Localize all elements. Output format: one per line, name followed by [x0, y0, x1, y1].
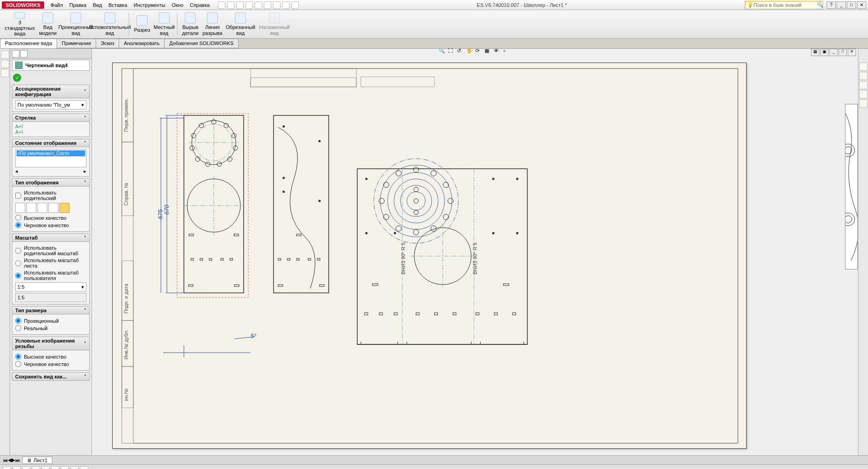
lt-1-icon[interactable] [1, 51, 9, 59]
bt-7-icon[interactable] [61, 466, 69, 469]
menu-window[interactable]: Окно [169, 1, 186, 9]
radio-sheet-scale[interactable]: Использовать масштаб листа [15, 257, 86, 269]
menu-file[interactable]: Файл [48, 1, 66, 9]
mdi-cascade-icon[interactable]: ▣ [820, 49, 828, 56]
radio-thread-draft[interactable]: Черновое качество [15, 361, 86, 367]
cmd-aux-view[interactable]: Вспомогательный вид [93, 11, 127, 37]
close-button[interactable]: ✕ [857, 1, 866, 9]
sheet-nav-first-icon[interactable]: ⏮ [3, 458, 8, 463]
sheet-nav-last-icon[interactable]: ⏭ [15, 458, 20, 463]
appearance-icon[interactable]: ● [503, 48, 511, 56]
tab-analyze[interactable]: Анализировать [119, 39, 165, 48]
minimize-button[interactable]: _ [837, 1, 846, 9]
sheet-nav-next-icon[interactable]: ▶ [11, 457, 15, 463]
style-wire-icon[interactable] [15, 203, 25, 213]
rt-2-icon[interactable] [859, 72, 868, 80]
help-button[interactable]: ? [827, 1, 836, 9]
zoom-area-icon[interactable]: ⛶ [448, 48, 456, 56]
drawing-view-flat[interactable]: ВНИЗ 90° R 5 ВНИЗ 90° R 5 [357, 159, 527, 344]
sheet-tab-1[interactable]: 🗎 Лист1 [22, 457, 52, 464]
qat-extra-icon[interactable] [291, 1, 299, 9]
sect-save-as[interactable]: Сохранить вид как...˅ [12, 372, 90, 381]
radio-user-scale[interactable]: Использовать масштаб пользователя [15, 270, 86, 281]
search-field[interactable] [754, 2, 817, 8]
scale-combo[interactable]: 1:5▾ [15, 282, 86, 292]
display-style-icon[interactable]: ▦ [485, 48, 493, 56]
radio-projected[interactable]: Проекционный [15, 318, 86, 324]
cmd-alternate-view[interactable]: Наложенный вид [257, 11, 291, 37]
rt-4-icon[interactable] [859, 90, 868, 98]
sect-display-type[interactable]: Тип отображения˄ [12, 178, 90, 187]
pm-ok-button[interactable]: ✓ [13, 74, 21, 82]
sect-thread[interactable]: Условные изображения резьбы˄ [12, 337, 90, 350]
tab-annotation[interactable]: Примечание [57, 39, 96, 48]
sect-assoc-config[interactable]: Ассоциированная конфигурация˄ [12, 85, 90, 98]
rotate-icon[interactable]: ⟳ [475, 48, 484, 56]
maximize-button[interactable]: □ [847, 1, 856, 9]
bt-5-icon[interactable] [41, 466, 50, 469]
mdi-min-icon[interactable]: _ [829, 49, 838, 56]
qat-open-icon[interactable] [227, 1, 234, 9]
drawing-view-4[interactable]: 670 675 [157, 114, 248, 297]
menu-help[interactable]: Справка [187, 1, 212, 9]
qat-options-icon[interactable] [282, 1, 290, 9]
qat-rebuild-icon[interactable] [273, 1, 280, 9]
cmd-model-view[interactable]: Вид модели [37, 11, 59, 37]
pm-tab-property-icon[interactable] [20, 50, 28, 57]
rt-1-icon[interactable] [859, 63, 868, 71]
sheet-nav-prev-icon[interactable]: ◀ [8, 457, 11, 463]
radio-high-quality[interactable]: Высокое качество [15, 215, 86, 221]
search-input[interactable]: 💡 🔍 [745, 1, 823, 9]
pm-tab-feature-icon[interactable] [12, 50, 19, 57]
zoom-fit-icon[interactable]: 🔍 [439, 48, 447, 56]
menu-insert[interactable]: Вставка [106, 1, 130, 9]
cmd-break-line[interactable]: Линия разрыва [201, 11, 223, 37]
bt-9-icon[interactable] [80, 466, 88, 469]
bt-1-icon[interactable] [3, 466, 11, 469]
cmd-broken-out[interactable]: Вырыв детали [179, 11, 201, 37]
lt-2-icon[interactable] [1, 60, 9, 68]
display-state-list[interactable]: <По умолчанию>_Состо [15, 149, 86, 167]
cmd-detail-view[interactable]: Местный вид [153, 11, 175, 37]
hide-show-icon[interactable]: 👁 [494, 48, 502, 56]
menu-tools[interactable]: Инструменты [131, 1, 168, 9]
cmd-crop-view[interactable]: Обрезанный вид [223, 11, 257, 37]
sect-scale[interactable]: Масштаб˄ [12, 234, 90, 242]
bt-6-icon[interactable] [51, 466, 59, 469]
style-shaded-icon[interactable] [59, 203, 69, 213]
sect-dim-type[interactable]: Тип размера˄ [12, 306, 90, 315]
scroll-right-icon[interactable]: ▸ [84, 168, 86, 174]
sect-display-state[interactable]: Состояние отображения˄ [12, 139, 90, 147]
style-hlr-icon[interactable] [37, 203, 47, 213]
radio-thread-hq[interactable]: Высокое качество [15, 354, 86, 360]
qat-new-icon[interactable] [218, 1, 225, 9]
bt-2-icon[interactable] [12, 466, 21, 469]
lt-3-icon[interactable] [1, 69, 9, 77]
bt-4-icon[interactable] [32, 466, 40, 469]
scale-custom-input[interactable]: 1:5 [15, 293, 86, 302]
scroll-left-icon[interactable]: ◂ [15, 168, 18, 174]
rt-3-icon[interactable] [859, 81, 868, 89]
search-go-icon[interactable]: 🔍 [817, 2, 823, 8]
menu-edit[interactable]: Правка [67, 1, 89, 9]
bt-3-icon[interactable] [22, 466, 30, 469]
radio-parent-scale[interactable]: Использовать родительский масштаб [15, 245, 86, 256]
mdi-close-icon[interactable]: ✕ [848, 49, 856, 56]
radio-real[interactable]: Реальный [15, 325, 86, 331]
tab-view-layout[interactable]: Расположение вида [0, 39, 57, 48]
style-shade-edge-icon[interactable] [48, 203, 58, 213]
mdi-tile-icon[interactable]: ▦ [811, 49, 819, 56]
qat-select-icon[interactable] [264, 1, 271, 9]
qat-undo-icon[interactable] [255, 1, 262, 9]
drawing-canvas[interactable]: 🔍 ⛶ ↺ ✋ ⟳ ▦ 👁 ● ▦ ▣ _ □ ✕ Перв. примен. … [92, 49, 858, 455]
cmd-projected-view[interactable]: Проекционный вид [59, 11, 93, 37]
qat-save-icon[interactable] [236, 1, 244, 9]
tab-sketch[interactable]: Эскиз [96, 39, 119, 48]
cmd-section-view[interactable]: Разрез [131, 11, 153, 37]
rt-5-icon[interactable] [859, 99, 868, 108]
bt-8-icon[interactable] [70, 466, 79, 469]
zoom-prev-icon[interactable]: ↺ [457, 48, 465, 56]
qat-print-icon[interactable] [246, 1, 253, 9]
radio-draft-quality[interactable]: Черновое качество [15, 222, 86, 228]
config-combo[interactable]: По умолчанию "По_ум▾ [15, 100, 86, 109]
